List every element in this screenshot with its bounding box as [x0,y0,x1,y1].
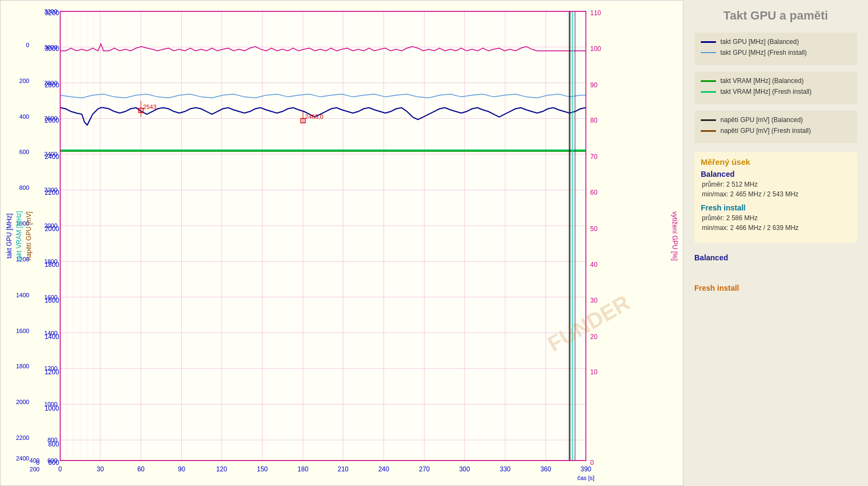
measured-balanced-title: Balanced [701,170,851,178]
legend-section-napeti: napětí GPU [mV] (Balanced) napětí GPU [m… [694,111,857,143]
svg-text:200: 200 [20,78,29,84]
svg-text:1400: 1400 [45,333,59,341]
svg-text:1600: 1600 [45,297,59,304]
legend-line-napeti-fresh [701,130,716,132]
svg-text:800: 800 [48,440,59,448]
svg-text:2800: 2800 [45,81,59,89]
svg-text:2200: 2200 [45,189,59,196]
svg-text:200: 200 [30,466,40,472]
svg-text:1800: 1800 [16,363,29,369]
svg-text:70: 70 [590,153,598,161]
svg-text:50: 50 [590,225,598,233]
legend-item-vram-balanced: takt VRAM [MHz] (Balanced) [701,77,851,85]
legend-label-vram-balanced: takt VRAM [MHz] (Balanced) [720,77,803,85]
svg-text:2400: 2400 [45,153,59,161]
svg-text:30: 30 [97,465,104,473]
measured-title: Měřený úsek [701,157,851,167]
svg-text:90: 90 [590,81,598,89]
svg-text:30: 30 [590,297,598,304]
legend-item-napeti-balanced: napětí GPU [mV] (Balanced) [701,116,851,124]
measured-fresh-title: Fresh install [701,203,851,212]
measured-balanced-avg: průměr: 2 512 MHz [702,180,851,189]
svg-text:240: 240 [378,465,389,473]
svg-text:1000: 1000 [45,405,59,412]
svg-text:2465,0: 2465,0 [305,113,324,120]
legend-label-napeti-fresh: napětí GPU [mV] (Fresh install) [720,127,811,135]
svg-text:600: 600 [48,459,59,466]
svg-text:2400: 2400 [16,455,29,462]
legend-line-napeti-balanced [701,119,716,121]
svg-text:0: 0 [58,465,62,473]
svg-text:800: 800 [20,184,29,191]
x-axis-label: čas [s] [577,475,594,481]
chart-svg: 3200 3000 2800 2600 2400 2200 2000 1800 … [1,1,683,485]
y-axis-napeti-label: napětí GPU [mV] [25,212,33,260]
svg-text:90: 90 [178,465,186,473]
svg-text:110: 110 [590,9,601,17]
svg-text:2600: 2600 [45,117,59,124]
svg-text:270: 270 [419,465,430,473]
legend-item-vram-fresh: takt VRAM [MHz] (Fresh install) [701,88,851,95]
sidebar-title: Takt GPU a paměti [694,9,857,23]
svg-text:150: 150 [257,465,268,473]
svg-text:40: 40 [590,261,598,268]
legend-section: takt GPU [MHz] (Balanced) takt GPU [MHz]… [694,33,857,65]
legend-label-gpu-fresh: takt GPU [MHz] (Fresh install) [720,49,807,56]
chart-area: 3200 3000 2800 2600 2400 2200 2000 1800 … [0,0,683,486]
legend-line-vram-balanced [701,80,716,82]
legend-section-vram: takt VRAM [MHz] (Balanced) takt VRAM [MH… [694,72,857,104]
measured-fresh-avg: průměr: 2 586 MHz [702,213,851,223]
svg-text:2200: 2200 [16,434,29,441]
legend-line-gpu-fresh [701,52,716,53]
svg-text:2543,: 2543, [143,104,158,110]
svg-text:400: 400 [20,113,29,120]
svg-text:0: 0 [36,459,40,466]
legend-label-vram-fresh: takt VRAM [MHz] (Fresh install) [720,88,812,95]
svg-text:1400: 1400 [16,292,29,298]
measured-fresh-minmax: min/max: 2 466 MHz / 2 639 MHz [702,223,851,233]
svg-text:390: 390 [580,465,591,473]
svg-text:360: 360 [540,465,551,473]
measured-balanced-minmax: min/max: 2 465 MHz / 2 543 MHz [702,189,851,199]
svg-text:80: 80 [590,117,598,124]
svg-text:3000: 3000 [45,45,59,53]
bottom-label-balanced: Balanced [694,253,857,262]
measured-group-balanced: Balanced průměr: 2 512 MHz min/max: 2 46… [701,170,851,199]
svg-text:60: 60 [137,465,145,473]
legend-label-napeti-balanced: napětí GPU [mV] (Balanced) [720,116,803,124]
svg-text:10: 10 [590,368,598,376]
legend-item-napeti-fresh: napětí GPU [mV] (Fresh install) [701,127,851,135]
svg-text:1600: 1600 [16,328,29,334]
y-axis-gpu-label: takt GPU [MHz] [5,213,13,258]
bottom-label-fresh: Fresh install [694,284,857,292]
svg-text:300: 300 [459,465,470,473]
legend-line-gpu-balanced [701,41,716,43]
legend-label-gpu-balanced: takt GPU [MHz] (Balanced) [720,38,799,46]
measured-section: Měřený úsek Balanced průměr: 2 512 MHz m… [694,152,857,242]
svg-text:2000: 2000 [16,399,29,405]
legend-item-gpu-fresh: takt GPU [MHz] (Fresh install) [701,49,851,56]
svg-text:2000: 2000 [45,225,59,233]
sidebar: Takt GPU a paměti takt GPU [MHz] (Balanc… [683,0,868,486]
svg-text:0: 0 [26,42,29,48]
svg-text:120: 120 [216,465,227,473]
svg-text:330: 330 [500,465,511,473]
y-axis-vram-label: takt VRAM [MHz] [15,211,23,261]
svg-rect-2 [60,11,586,461]
svg-text:210: 210 [338,465,349,473]
legend-item-gpu-balanced: takt GPU [MHz] (Balanced) [701,38,851,46]
svg-text:180: 180 [297,465,308,473]
svg-text:60: 60 [590,189,598,196]
measured-group-fresh: Fresh install průměr: 2 586 MHz min/max:… [701,203,851,233]
svg-text:100: 100 [590,45,601,53]
svg-text:3200: 3200 [45,9,59,17]
svg-text:1800: 1800 [45,261,59,268]
svg-text:1200: 1200 [45,368,59,376]
legend-line-vram-fresh [701,91,716,93]
y-axis-utilization-label: vytížení GPU [%] [671,211,679,260]
bottom-labels: Balanced Fresh install [694,253,857,292]
svg-text:600: 600 [20,149,29,155]
